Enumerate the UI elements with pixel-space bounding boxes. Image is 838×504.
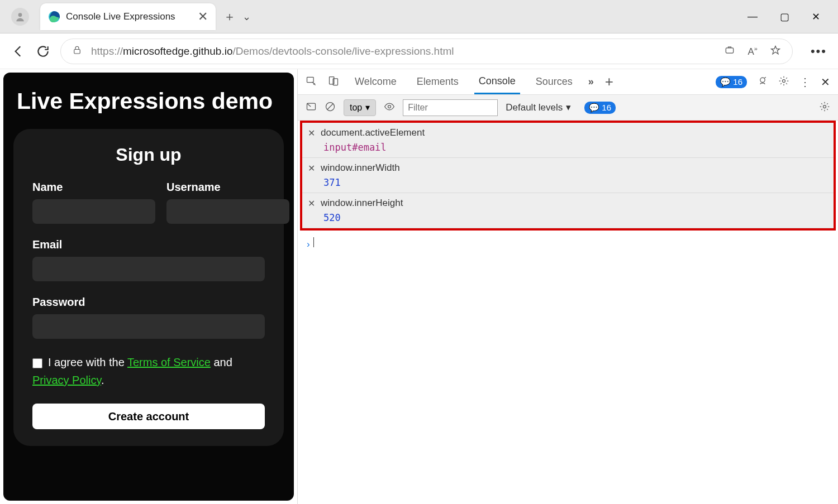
svg-point-8 bbox=[783, 79, 785, 82]
svg-point-0 bbox=[18, 13, 22, 17]
profile-button[interactable] bbox=[11, 8, 29, 26]
create-account-button[interactable]: Create account bbox=[32, 404, 265, 429]
read-aloud-icon[interactable]: A» bbox=[747, 45, 757, 57]
log-levels-selector[interactable]: Default levels ▾ bbox=[506, 102, 571, 113]
signup-form: Sign up Name Username Email Pa bbox=[13, 129, 284, 446]
sidebar-toggle-icon[interactable] bbox=[306, 101, 317, 114]
tab-title: Console Live Expressions bbox=[66, 11, 175, 22]
lock-icon bbox=[72, 45, 82, 57]
tos-link[interactable]: Terms of Service bbox=[127, 356, 211, 368]
toolbar-issues-badge[interactable]: 💬 16 bbox=[584, 102, 616, 114]
devtools-tabs: Welcome Elements Console Sources » + 💬 1… bbox=[298, 69, 838, 95]
password-label: Password bbox=[32, 296, 265, 309]
username-input[interactable] bbox=[166, 199, 289, 224]
feedback-icon[interactable] bbox=[757, 75, 768, 89]
password-input[interactable] bbox=[32, 314, 265, 339]
username-label: Username bbox=[166, 181, 289, 194]
tab-elements[interactable]: Elements bbox=[412, 70, 463, 93]
url-text: https://microsoftedge.github.io/Demos/de… bbox=[91, 45, 454, 57]
live-expression-value: input#email bbox=[308, 138, 828, 153]
console-prompt[interactable]: › bbox=[298, 231, 838, 257]
live-expression-text[interactable]: window.innerHeight bbox=[321, 198, 403, 209]
prompt-chevron-icon: › bbox=[307, 239, 310, 249]
svg-rect-2 bbox=[74, 49, 80, 54]
tab-sources[interactable]: Sources bbox=[531, 70, 577, 93]
agree-text: I agree with the Terms of Service and Pr… bbox=[32, 353, 265, 389]
live-expression-text[interactable]: document.activeElement bbox=[321, 127, 425, 138]
address-bar: https://microsoftedge.github.io/Demos/de… bbox=[0, 33, 838, 69]
svg-rect-3 bbox=[726, 47, 734, 52]
app-icon[interactable] bbox=[724, 45, 735, 58]
email-input[interactable] bbox=[32, 257, 265, 281]
remove-expression-button[interactable]: ✕ bbox=[308, 198, 315, 209]
name-input[interactable] bbox=[32, 199, 155, 224]
settings-icon[interactable] bbox=[778, 75, 789, 89]
menu-button[interactable]: ••• bbox=[811, 44, 827, 59]
devtools-menu-button[interactable]: ⋮ bbox=[799, 75, 811, 89]
browser-tab[interactable]: Console Live Expressions ✕ bbox=[40, 3, 216, 30]
url-bar[interactable]: https://microsoftedge.github.io/Demos/de… bbox=[60, 39, 793, 64]
inspect-icon[interactable] bbox=[306, 75, 317, 89]
add-tab-button[interactable]: + bbox=[605, 73, 613, 90]
live-expression-row: ✕window.innerHeight 520 bbox=[302, 193, 834, 228]
issues-badge[interactable]: 💬 16 bbox=[716, 76, 747, 88]
titlebar: Console Live Expressions ✕ ＋ ⌄ ― ▢ ✕ bbox=[0, 0, 838, 33]
remove-expression-button[interactable]: ✕ bbox=[308, 163, 315, 174]
favorite-icon[interactable] bbox=[770, 45, 781, 58]
filter-input[interactable] bbox=[403, 99, 498, 116]
tab-console[interactable]: Console bbox=[474, 70, 520, 94]
live-expressions-highlight: ✕document.activeElement input#email ✕win… bbox=[300, 121, 836, 231]
edge-icon bbox=[48, 11, 60, 23]
live-expression-row: ✕document.activeElement input#email bbox=[302, 123, 834, 158]
maximize-button[interactable]: ▢ bbox=[780, 11, 789, 23]
live-expression-value: 371 bbox=[308, 174, 828, 188]
svg-point-12 bbox=[823, 105, 826, 108]
privacy-link[interactable]: Privacy Policy bbox=[32, 374, 101, 386]
email-label: Email bbox=[32, 238, 265, 251]
form-title: Sign up bbox=[32, 145, 265, 165]
svg-point-7 bbox=[760, 78, 765, 82]
close-window-button[interactable]: ✕ bbox=[812, 11, 820, 23]
live-expression-text[interactable]: window.innerWidth bbox=[321, 162, 400, 174]
remove-expression-button[interactable]: ✕ bbox=[308, 128, 315, 138]
page-content: Live Expressions demo Sign up Name Usern… bbox=[3, 73, 294, 501]
context-selector[interactable]: top ▾ bbox=[344, 99, 376, 116]
devtools-panel: Welcome Elements Console Sources » + 💬 1… bbox=[297, 69, 838, 504]
console-toolbar: top ▾ Default levels ▾ 💬 16 bbox=[298, 95, 838, 121]
console-settings-icon[interactable] bbox=[819, 101, 830, 114]
devtools-close-button[interactable]: ✕ bbox=[821, 75, 830, 89]
svg-rect-4 bbox=[307, 77, 314, 82]
tab-actions-button[interactable]: ⌄ bbox=[242, 11, 251, 23]
more-tabs-button[interactable]: » bbox=[588, 76, 594, 88]
live-expression-row: ✕window.innerWidth 371 bbox=[302, 158, 834, 193]
clear-console-icon[interactable] bbox=[325, 101, 336, 114]
tab-close-button[interactable]: ✕ bbox=[198, 11, 208, 23]
svg-point-11 bbox=[388, 105, 391, 108]
device-toggle-icon[interactable] bbox=[328, 75, 339, 89]
name-label: Name bbox=[32, 181, 155, 194]
tab-welcome[interactable]: Welcome bbox=[350, 70, 401, 93]
page-title: Live Expressions demo bbox=[17, 88, 284, 114]
new-tab-button[interactable]: ＋ bbox=[223, 8, 236, 25]
minimize-button[interactable]: ― bbox=[747, 11, 758, 23]
refresh-button[interactable] bbox=[36, 44, 50, 59]
back-button[interactable] bbox=[11, 44, 26, 59]
agree-checkbox[interactable] bbox=[32, 358, 42, 368]
live-expression-value: 520 bbox=[308, 209, 828, 223]
live-expression-icon[interactable] bbox=[384, 101, 395, 114]
